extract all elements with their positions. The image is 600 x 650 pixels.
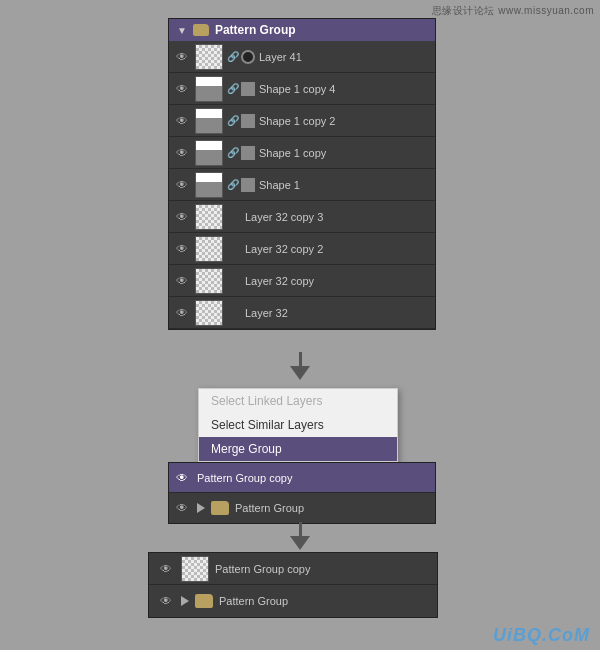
- link-icon: 🔗: [227, 147, 237, 158]
- layer-name: Layer 32: [245, 307, 435, 319]
- layer-name: Shape 1 copy 4: [259, 83, 435, 95]
- menu-label: Merge Group: [211, 442, 282, 456]
- layer-name: Shape 1 copy: [259, 147, 435, 159]
- link-icon: 🔗: [227, 51, 237, 62]
- layer-row[interactable]: 👁 🔗 Shape 1: [169, 169, 435, 201]
- layer-row[interactable]: 👁 Layer 32 copy 2: [169, 233, 435, 265]
- arrow-down-1: [290, 352, 310, 380]
- folder-icon: [195, 594, 213, 608]
- link-icon: 🔗: [227, 179, 237, 190]
- layer-name: Layer 32 copy: [245, 275, 435, 287]
- folder-icon: [211, 501, 229, 515]
- layer-row[interactable]: 👁 Layer 32 copy 3: [169, 201, 435, 233]
- gray-square: [241, 178, 255, 192]
- layer-thumbnail: [195, 268, 223, 294]
- layer-name: Pattern Group copy: [215, 563, 310, 575]
- layer-thumbnail: [195, 44, 223, 70]
- visibility-icon[interactable]: 👁: [173, 304, 191, 322]
- layer-name: Shape 1: [259, 179, 435, 191]
- gray-square: [241, 146, 255, 160]
- layer-row[interactable]: 👁 Layer 32 copy: [169, 265, 435, 297]
- layer-thumbnail: [195, 300, 223, 326]
- context-menu-item-merge-group[interactable]: Merge Group: [199, 437, 397, 461]
- uibq-text: UiBQ.CoM: [493, 625, 590, 645]
- bottom-layer-row[interactable]: 👁 Pattern Group: [149, 585, 437, 617]
- panel-header: ▼ Pattern Group: [169, 19, 435, 41]
- panel-title: Pattern Group: [215, 23, 296, 37]
- watermark-text: 思缘设计论坛 www.missyuan.com: [432, 5, 594, 16]
- layers-panel-bottom: 👁 Pattern Group copy 👁 Pattern Group: [148, 552, 438, 618]
- layers-panel-top: ▼ Pattern Group 👁 🔗 Layer 41 👁 🔗 Shape 1…: [168, 18, 436, 330]
- context-menu-area: Select Linked Layers Select Similar Laye…: [168, 388, 436, 524]
- visibility-icon[interactable]: 👁: [173, 144, 191, 162]
- uibq-watermark: UiBQ.CoM: [493, 625, 590, 646]
- visibility-icon[interactable]: 👁: [173, 176, 191, 194]
- bottom-layer-row[interactable]: 👁 Pattern Group copy: [149, 553, 437, 585]
- visibility-icon[interactable]: 👁: [157, 592, 175, 610]
- layer-row-name: Pattern Group: [235, 502, 304, 514]
- visibility-icon[interactable]: 👁: [173, 240, 191, 258]
- link-icon: 🔗: [227, 115, 237, 126]
- visibility-icon[interactable]: 👁: [173, 469, 191, 487]
- layer-row-normal[interactable]: 👁 Pattern Group: [169, 493, 435, 523]
- layer-thumbnail: [195, 172, 223, 198]
- link-icon: 🔗: [227, 83, 237, 94]
- layer-row-highlighted[interactable]: 👁 Pattern Group copy: [169, 463, 435, 493]
- arrow-line: [299, 522, 302, 536]
- triangle-expand-icon[interactable]: [181, 596, 189, 606]
- arrow-head: [290, 536, 310, 550]
- dot-icon: [241, 50, 255, 64]
- layer-thumbnail: [181, 556, 209, 582]
- layer-thumbnail: [195, 236, 223, 262]
- layer-thumbnail: [195, 140, 223, 166]
- layers-below-menu: 👁 Pattern Group copy 👁 Pattern Group: [168, 462, 436, 524]
- watermark-top: 思缘设计论坛 www.missyuan.com: [432, 4, 594, 18]
- context-menu-item-select-linked: Select Linked Layers: [199, 389, 397, 413]
- visibility-icon[interactable]: 👁: [173, 499, 191, 517]
- layer-name: Shape 1 copy 2: [259, 115, 435, 127]
- layer-thumbnail: [195, 108, 223, 134]
- visibility-icon[interactable]: 👁: [157, 560, 175, 578]
- visibility-icon[interactable]: 👁: [173, 112, 191, 130]
- layer-name: Pattern Group: [219, 595, 288, 607]
- arrow-down-2: [290, 522, 310, 550]
- visibility-icon[interactable]: 👁: [173, 272, 191, 290]
- visibility-icon[interactable]: 👁: [173, 80, 191, 98]
- menu-label: Select Similar Layers: [211, 418, 324, 432]
- gray-square: [241, 114, 255, 128]
- visibility-icon[interactable]: 👁: [173, 48, 191, 66]
- context-menu-item-select-similar[interactable]: Select Similar Layers: [199, 413, 397, 437]
- layer-row[interactable]: 👁 🔗 Shape 1 copy: [169, 137, 435, 169]
- visibility-icon[interactable]: 👁: [173, 208, 191, 226]
- context-menu: Select Linked Layers Select Similar Laye…: [198, 388, 398, 462]
- layer-row[interactable]: 👁 🔗 Layer 41: [169, 41, 435, 73]
- gray-square: [241, 82, 255, 96]
- triangle-expand-icon[interactable]: [197, 503, 205, 513]
- layer-name: Layer 41: [259, 51, 435, 63]
- layer-thumbnail: [195, 76, 223, 102]
- layer-name: Layer 32 copy 2: [245, 243, 435, 255]
- folder-icon: [193, 24, 209, 36]
- menu-label: Select Linked Layers: [211, 394, 322, 408]
- layer-row[interactable]: 👁 🔗 Shape 1 copy 2: [169, 105, 435, 137]
- layer-row-name: Pattern Group copy: [197, 472, 292, 484]
- arrow-line: [299, 352, 302, 366]
- layer-row[interactable]: 👁 Layer 32: [169, 297, 435, 329]
- collapse-arrow[interactable]: ▼: [177, 25, 187, 36]
- layer-thumbnail: [195, 204, 223, 230]
- arrow-head: [290, 366, 310, 380]
- layer-row[interactable]: 👁 🔗 Shape 1 copy 4: [169, 73, 435, 105]
- layer-name: Layer 32 copy 3: [245, 211, 435, 223]
